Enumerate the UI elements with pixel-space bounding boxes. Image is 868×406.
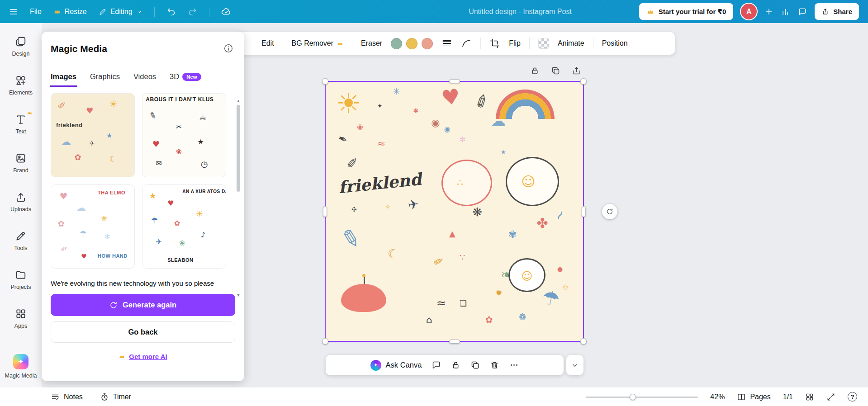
doodle: ☁ [490,113,506,128]
sidebar-item-design[interactable]: Design [1,27,40,66]
doodle: ★ [501,149,506,155]
comments-button[interactable] [798,7,807,16]
ask-canva-button[interactable]: ✦ Ask Canva [370,360,422,371]
selection-handle-top-left[interactable] [322,78,328,85]
doodle: ✳ [393,87,400,96]
flip-button[interactable]: Flip [509,39,521,47]
stroke-weight-icon[interactable] [441,38,452,49]
sidebar-item-tools[interactable]: Tools [1,221,40,260]
selection-handle-left[interactable] [323,206,327,217]
crop-icon[interactable] [489,38,500,49]
tab-images[interactable]: Images [51,72,76,87]
tab-graphics[interactable]: Graphics [90,72,120,87]
scroll-down-arrow[interactable]: ▼ [236,293,241,297]
avatar-letter: A [746,8,752,16]
thumbn­ail-doodle: ♥ [152,140,160,148]
add-member-button[interactable] [764,7,773,16]
file-menu-button[interactable]: File [30,8,42,16]
edit-button[interactable]: Edit [261,39,274,47]
color-swatch-yellow[interactable] [406,38,417,49]
duplicate-icon[interactable] [470,360,480,370]
timer-button[interactable]: Timer [100,392,131,401]
comment-icon[interactable] [432,360,441,370]
duplicate-icon[interactable] [551,66,560,76]
help-button[interactable]: ? [848,392,857,401]
doodle: ◉ [431,118,440,128]
transparency-button[interactable] [538,38,549,49]
zoom-slider[interactable] [586,394,698,400]
editing-mode-button[interactable]: Editing [99,8,142,16]
selection-handle-top[interactable] [449,79,460,83]
animate-button[interactable]: Animate [558,39,584,47]
zoom-slider-knob[interactable] [630,394,636,400]
share-button[interactable]: Share [815,3,859,20]
start-trial-button[interactable]: Start your trial for ₹0 [639,3,734,20]
avatar[interactable]: A [741,4,757,19]
sidebar-item-brand[interactable]: Brand [1,143,40,182]
sidebar-item-uploads[interactable]: Uploads [1,182,40,221]
collapse-toolbar-button[interactable] [566,355,583,375]
trash-icon[interactable] [490,360,499,370]
lock-icon[interactable] [530,66,540,76]
notes-icon [51,392,60,401]
sidebar-item-text[interactable]: Text [1,104,40,143]
timer-label: Timer [113,393,131,401]
panel-tabs: Images Graphics Videos 3D New [42,54,244,87]
scroll-up-arrow[interactable]: ▲ [236,99,241,103]
scrollbar-thumb[interactable] [237,105,240,192]
hamburger-menu-button[interactable] [9,7,18,16]
panel-header: Magic Media [42,32,244,54]
zoom-slider-track [586,397,698,398]
selection-handle-top-right[interactable] [580,78,587,85]
export-icon[interactable] [572,66,581,76]
generated-image-thumbnail[interactable]: THA ELMOHOW HAND♥☁✿❀☂❄✏♥ [51,184,135,269]
notes-button[interactable]: Notes [51,392,83,401]
top-bar: File Resize Editing Untitled design - In… [0,0,868,23]
tab-videos[interactable]: Videos [133,72,156,87]
generated-image-thumbnail[interactable]: ABOUS IT I DAN'T KLUS✎☕✂♥★❀✉◷ [142,93,226,177]
crown-icon [646,8,655,16]
generated-image-thumbnail[interactable]: frieklend✏☀♥☁★✈✿☾ [51,93,135,177]
undo-button[interactable] [166,7,176,16]
selection-handle-bottom-left[interactable] [322,338,328,345]
insights-button[interactable] [781,7,790,16]
sidebar-item-apps[interactable]: Apps [1,299,40,338]
thumbn­ail-doodle: ☂ [80,230,87,238]
info-icon[interactable] [223,43,233,53]
curve-icon[interactable] [461,38,472,49]
color-swatch-green[interactable] [391,38,402,49]
grid-view-button[interactable] [805,392,814,401]
thumbn­ail-doodle: ☁ [76,203,86,213]
selection-handle-bottom-right[interactable] [580,338,587,345]
generated-image-thumbnail[interactable]: AN A XUR ATOS DAMNSLEABON★♥☂✿☀♪✈❀ [142,184,226,269]
eraser-button[interactable]: Eraser [361,39,382,47]
save-status-button[interactable] [221,7,231,17]
rotate-handle[interactable] [602,204,617,219]
go-back-button[interactable]: Go back [51,321,235,343]
canvas-quick-actions [530,66,581,76]
pages-button[interactable]: Pages [737,392,770,401]
doodle: ❏ [460,299,467,307]
undo-icon [166,7,176,16]
selection-handle-bottom[interactable] [449,340,460,344]
tools-pencil-icon [15,230,27,242]
fullscreen-button[interactable] [826,392,835,401]
more-options-icon[interactable] [509,360,519,370]
resize-button[interactable]: Resize [53,8,87,16]
get-more-ai-link[interactable]: Get more AI [42,353,244,360]
selected-image-artboard[interactable]: ☀✦✳✱♥✏☁❀◉◉✒≈✼✐frieklend∴☺★✣✧✈❋✾✤~✏☾▲✏∵❧☺… [326,82,583,341]
lock-icon[interactable] [451,360,460,370]
doodle: ✤ [537,217,548,230]
position-button[interactable]: Position [602,39,628,47]
color-swatch-salmon[interactable] [422,38,433,49]
sidebar-item-projects[interactable]: Projects [1,260,40,299]
sidebar-item-elements[interactable]: Elements [1,66,40,104]
generate-again-button[interactable]: Generate again [51,294,235,316]
bg-remover-button[interactable]: BG Remover [292,39,343,47]
selection-handle-right[interactable] [582,206,586,217]
redo-button[interactable] [188,7,197,16]
design-title[interactable]: Untitled design - Instagram Post [469,8,572,16]
sidebar-item-label: Magic Media [5,373,37,379]
sidebar-item-magic-media[interactable]: ✦ Magic Media [1,347,40,386]
tab-3d[interactable]: 3D New [170,72,201,87]
